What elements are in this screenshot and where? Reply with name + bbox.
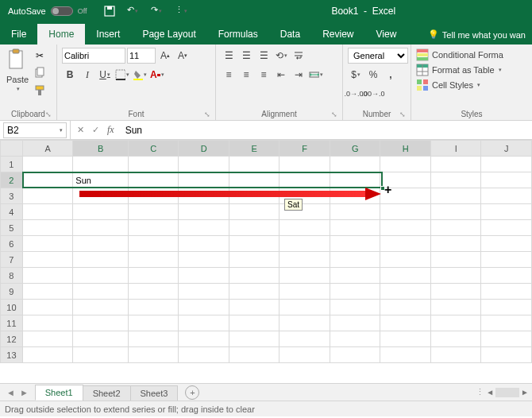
cell-F11[interactable] [279, 315, 330, 331]
redo-icon[interactable]: ↷▾ [151, 5, 164, 17]
cell-C7[interactable] [128, 252, 179, 268]
tab-page-layout[interactable]: Page Layout [131, 24, 206, 45]
cell-A2[interactable] [22, 172, 73, 188]
customize-icon[interactable]: ⋮▾ [175, 5, 187, 17]
cell-I8[interactable] [430, 268, 480, 284]
sheet-tab-sheet2[interactable]: Sheet2 [83, 385, 131, 401]
align-left-icon[interactable]: ≡ [221, 67, 237, 83]
cell-A6[interactable] [22, 236, 73, 252]
cell-J3[interactable] [481, 188, 532, 204]
underline-button[interactable]: U▾ [97, 67, 113, 83]
cell-I13[interactable] [430, 347, 480, 363]
horizontal-scrollbar[interactable]: ⋮ ◄ ► [476, 387, 532, 397]
tab-data[interactable]: Data [269, 24, 311, 45]
cell-F7[interactable] [279, 252, 330, 268]
col-header-H[interactable]: H [380, 141, 431, 157]
col-header-C[interactable]: C [128, 141, 179, 157]
cell-B9[interactable] [73, 284, 129, 300]
cell-B4[interactable] [73, 204, 129, 220]
cell-D3[interactable] [179, 188, 229, 204]
cell-B1[interactable] [73, 157, 129, 172]
cell-F1[interactable] [279, 157, 330, 172]
tab-home[interactable]: Home [37, 24, 85, 45]
cell-J6[interactable] [481, 236, 532, 252]
clipboard-launcher[interactable]: ⤡ [45, 110, 52, 118]
cell-F8[interactable] [279, 268, 330, 284]
cell-D8[interactable] [179, 268, 229, 284]
comma-icon[interactable]: , [383, 67, 399, 83]
cell-G11[interactable] [330, 315, 380, 331]
cell-C12[interactable] [128, 331, 179, 347]
cell-B7[interactable] [73, 252, 129, 268]
cell-J9[interactable] [481, 284, 532, 300]
col-header-A[interactable]: A [22, 141, 73, 157]
border-button[interactable]: ▾ [114, 67, 130, 83]
cell-G1[interactable] [330, 157, 380, 172]
cell-G7[interactable] [330, 252, 380, 268]
cell-F6[interactable] [279, 236, 330, 252]
col-header-G[interactable]: G [330, 141, 380, 157]
tab-formulas[interactable]: Formulas [207, 24, 269, 45]
fill-color-button[interactable]: ▾ [132, 67, 148, 83]
row-header-7[interactable]: 7 [1, 252, 23, 268]
cell-A13[interactable] [22, 347, 73, 363]
font-size-input[interactable] [127, 48, 156, 64]
cell-H7[interactable] [380, 252, 431, 268]
tab-insert[interactable]: Insert [85, 24, 131, 45]
cell-E11[interactable] [229, 315, 279, 331]
undo-icon[interactable]: ↶▾ [127, 5, 140, 17]
align-middle-icon[interactable]: ☰ [238, 48, 254, 64]
col-header-F[interactable]: F [279, 141, 330, 157]
cell-J7[interactable] [481, 252, 532, 268]
cell-G3[interactable] [330, 188, 380, 204]
cell-I4[interactable] [430, 204, 480, 220]
cell-styles-button[interactable]: Cell Styles▾ [416, 78, 527, 92]
cell-B12[interactable] [73, 331, 129, 347]
sheet-nav-next-icon[interactable]: ► [20, 388, 29, 397]
cell-H12[interactable] [380, 331, 431, 347]
cell-I1[interactable] [430, 157, 480, 172]
cell-I9[interactable] [430, 284, 480, 300]
cell-A1[interactable] [22, 157, 73, 172]
paste-button[interactable]: Paste ▾ [5, 48, 30, 108]
col-header-I[interactable]: I [430, 141, 480, 157]
cell-C5[interactable] [128, 220, 179, 236]
cell-H10[interactable] [380, 300, 431, 315]
save-icon[interactable] [103, 5, 116, 17]
cell-I5[interactable] [430, 220, 480, 236]
cell-E6[interactable] [229, 236, 279, 252]
cell-C4[interactable] [128, 204, 179, 220]
cell-D2[interactable] [179, 172, 229, 188]
font-launcher[interactable]: ⤡ [204, 110, 210, 118]
cell-B8[interactable] [73, 268, 129, 284]
cell-H5[interactable] [380, 220, 431, 236]
cell-G12[interactable] [330, 331, 380, 347]
select-all-corner[interactable] [1, 141, 23, 157]
cell-E9[interactable] [229, 284, 279, 300]
row-header-1[interactable]: 1 [1, 157, 23, 172]
cell-B11[interactable] [73, 315, 129, 331]
cell-H9[interactable] [380, 284, 431, 300]
font-color-button[interactable]: A▾ [149, 67, 165, 83]
formula-input[interactable]: Sun [121, 125, 532, 136]
sheet-nav-prev-icon[interactable]: ◄ [6, 388, 15, 397]
cell-J8[interactable] [481, 268, 532, 284]
cell-E4[interactable] [229, 204, 279, 220]
cell-C8[interactable] [128, 268, 179, 284]
cell-J11[interactable] [481, 315, 532, 331]
decrease-indent-icon[interactable]: ⇤ [273, 67, 289, 83]
cell-A3[interactable] [22, 188, 73, 204]
cell-A9[interactable] [22, 284, 73, 300]
worksheet-grid[interactable]: ABCDEFGHIJ12Sun345678910111213 + Sat [0, 140, 532, 383]
number-format-select[interactable]: General [348, 48, 408, 64]
cell-A5[interactable] [22, 220, 73, 236]
cell-D11[interactable] [179, 315, 229, 331]
row-header-4[interactable]: 4 [1, 204, 23, 220]
cell-A12[interactable] [22, 331, 73, 347]
cell-B3[interactable] [73, 188, 129, 204]
conditional-formatting-button[interactable]: Conditional Forma [416, 48, 527, 62]
tell-me-search[interactable]: 💡 Tell me what you wan [422, 25, 532, 45]
cell-H2[interactable] [380, 172, 431, 188]
decrease-decimal-icon[interactable]: .00→.0 [365, 86, 381, 102]
scroll-right-icon[interactable]: ► [521, 388, 529, 397]
